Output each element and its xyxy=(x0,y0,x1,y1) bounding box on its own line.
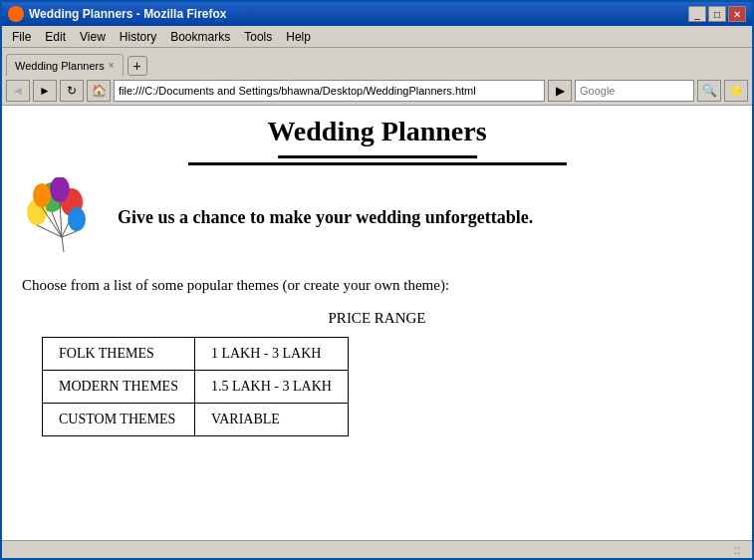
menu-bar: File Edit View History Bookmarks Tools H… xyxy=(2,26,752,48)
theme-price-folk: 1 LAKH - 3 LAKH xyxy=(194,338,348,371)
minimize-button[interactable]: _ xyxy=(688,6,706,22)
forward-button[interactable]: ► xyxy=(33,80,57,102)
search-button[interactable]: 🔍 xyxy=(697,80,721,102)
svg-point-10 xyxy=(33,183,51,207)
choose-text: Choose from a list of some popular theme… xyxy=(22,277,732,294)
menu-tools[interactable]: Tools xyxy=(238,28,278,46)
table-row: FOLK THEMES 1 LAKH - 3 LAKH xyxy=(43,338,349,371)
window-controls: _ □ ✕ xyxy=(688,6,746,22)
title-bar-left: Wedding Planners - Mozilla Firefox xyxy=(8,6,226,22)
window-title: Wedding Planners - Mozilla Firefox xyxy=(29,7,226,21)
reload-button[interactable]: ↻ xyxy=(60,80,84,102)
status-bar: :: xyxy=(2,540,752,558)
price-range-label: PRICE RANGE xyxy=(22,310,732,327)
themes-table: FOLK THEMES 1 LAKH - 3 LAKH MODERN THEME… xyxy=(42,337,349,436)
tagline: Give us a chance to make your wedding un… xyxy=(118,207,533,228)
home-button[interactable]: 🏠 xyxy=(87,80,111,102)
title-bar: Wedding Planners - Mozilla Firefox _ □ ✕ xyxy=(2,2,752,26)
navigation-bar: ◄ ► ↻ 🏠 ▶ 🔍 ⭐ xyxy=(2,76,752,106)
theme-price-custom: VARIABLE xyxy=(194,404,348,436)
page-title: Wedding Planners xyxy=(22,116,732,147)
tab-wedding-planners[interactable]: Wedding Planners × xyxy=(6,54,124,76)
svg-point-8 xyxy=(50,177,70,202)
go-button[interactable]: ▶ xyxy=(548,80,572,102)
theme-name-modern: MODERN THEMES xyxy=(43,371,195,404)
menu-bookmarks[interactable]: Bookmarks xyxy=(164,28,236,46)
firefox-icon xyxy=(8,6,24,22)
header-section: Give us a chance to make your wedding un… xyxy=(22,177,732,257)
table-row: MODERN THEMES 1.5 LAKH - 3 LAKH xyxy=(43,371,349,404)
balloon-image xyxy=(22,177,102,257)
tab-label: Wedding Planners xyxy=(15,60,105,72)
menu-file[interactable]: File xyxy=(6,28,37,46)
page-content: Wedding Planners xyxy=(2,106,752,540)
browser-window: Wedding Planners - Mozilla Firefox _ □ ✕… xyxy=(0,0,754,560)
menu-history[interactable]: History xyxy=(114,28,162,46)
divider-bottom xyxy=(188,162,567,165)
close-button[interactable]: ✕ xyxy=(728,6,746,22)
maximize-button[interactable]: □ xyxy=(708,6,726,22)
url-bar[interactable] xyxy=(114,80,545,102)
theme-name-folk: FOLK THEMES xyxy=(43,338,195,371)
theme-price-modern: 1.5 LAKH - 3 LAKH xyxy=(194,371,348,404)
svg-point-6 xyxy=(68,207,86,231)
back-button[interactable]: ◄ xyxy=(6,80,30,102)
theme-name-custom: CUSTOM THEMES xyxy=(43,404,195,436)
resize-handle: :: xyxy=(734,543,748,557)
tab-close-button[interactable]: × xyxy=(109,60,115,71)
menu-view[interactable]: View xyxy=(74,28,112,46)
divider-top xyxy=(278,155,477,158)
menu-help[interactable]: Help xyxy=(280,28,317,46)
table-row: CUSTOM THEMES VARIABLE xyxy=(43,404,349,436)
menu-edit[interactable]: Edit xyxy=(39,28,72,46)
svg-line-12 xyxy=(62,237,64,252)
search-input[interactable] xyxy=(575,80,694,102)
bookmark-button[interactable]: ⭐ xyxy=(724,80,748,102)
new-tab-button[interactable]: + xyxy=(127,56,147,76)
tab-bar: Wedding Planners × + xyxy=(2,48,752,76)
